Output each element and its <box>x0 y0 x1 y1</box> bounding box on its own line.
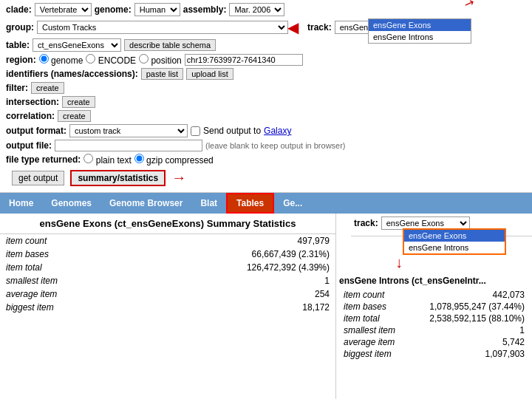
right-value-item-count: 442,073 <box>409 289 529 301</box>
upload-list-btn[interactable]: upload list <box>186 68 233 80</box>
summary-arrow: → <box>171 169 186 186</box>
label-item-count: item count <box>0 234 134 248</box>
table-row: biggest item 1,097,903 <box>339 348 529 360</box>
create-intersection-btn[interactable]: create <box>62 96 95 108</box>
filter-label: filter: <box>6 83 28 93</box>
label-average: average item <box>0 287 134 301</box>
label-item-bases: item bases <box>0 248 134 261</box>
table-row: item bases 1,078,955,247 (37.44%) <box>339 301 529 313</box>
table-row: smallest item 1 <box>0 274 335 287</box>
right-label-biggest: biggest item <box>339 348 409 360</box>
genome-select[interactable]: Human <box>134 3 180 16</box>
file-type-label: file type returned: <box>6 154 81 165</box>
table-row: biggest item 18,172 <box>0 301 335 314</box>
label-item-total: item total <box>0 261 134 274</box>
genome-label: genome: <box>95 4 132 15</box>
row-output-format: output format: custom track Send output … <box>6 124 526 137</box>
gzip-option[interactable]: gzip compressed <box>134 154 214 166</box>
right-value-item-bases: 1,078,955,247 (37.44%) <box>409 301 529 313</box>
output-format-label: output format: <box>6 126 66 136</box>
table-row: item count 497,979 <box>0 234 335 248</box>
region-position-option[interactable]: position <box>139 54 182 66</box>
track-dropdown-popup: ensGene Exons ensGene Introns <box>368 18 471 44</box>
row-correlation: correlation: create <box>6 110 526 122</box>
row-file-type: file type returned: plain text gzip comp… <box>6 154 526 166</box>
introns-stats-table: item count 442,073 item bases 1,078,955,… <box>339 289 529 360</box>
summary-stats-btn[interactable]: summary/statistics <box>70 170 166 186</box>
label-biggest: biggest item <box>0 301 134 314</box>
output-file-label: output file: <box>6 140 52 151</box>
right-panel: track: ensGene Exons ensGene Exons ensGe… <box>336 214 532 399</box>
region-genome-option[interactable]: genome <box>39 54 83 66</box>
right-label-smallest: smallest item <box>339 324 409 336</box>
row-group-track: group: Custom Tracks ◀ track: ensGene Ex… <box>6 18 526 36</box>
right-track-label: track: <box>354 218 378 228</box>
nav-genome-browser[interactable]: Genome Browser <box>100 193 191 214</box>
row-actions: get output summary/statistics → <box>6 168 526 188</box>
value-smallest: 1 <box>134 274 335 287</box>
right-dropdown-area: track: ensGene Exons ensGene Exons ensGe… <box>351 214 532 236</box>
right-track-row: track: ensGene Exons ensGene Exons ensGe… <box>354 216 529 230</box>
table-row: item bases 66,667,439 (2.31%) <box>0 248 335 261</box>
nav-blat[interactable]: Blat <box>191 193 226 214</box>
group-label: group: <box>6 22 34 33</box>
row-identifiers: identifiers (names/accessions): paste li… <box>6 68 526 80</box>
right-value-biggest: 1,097,903 <box>409 348 529 360</box>
right-label-item-total: item total <box>339 313 409 324</box>
row-filter: filter: create <box>6 82 526 94</box>
right-label-item-bases: item bases <box>339 301 409 313</box>
region-encode-option[interactable]: ENCODE <box>86 54 136 66</box>
table-row: average item 5,742 <box>339 336 529 348</box>
left-panel: ensGene Exons (ct_ensGeneExons) Summary … <box>0 214 336 399</box>
output-format-select[interactable]: custom track <box>69 124 188 137</box>
position-input[interactable] <box>185 54 303 66</box>
right-value-average: 5,742 <box>409 336 529 348</box>
nav-genomes[interactable]: Genomes <box>42 193 100 214</box>
plain-text-option[interactable]: plain text <box>83 154 131 166</box>
leave-blank-note: (leave blank to keep output in browser) <box>205 141 346 150</box>
right-label-average: average item <box>339 336 409 348</box>
get-output-btn[interactable]: get output <box>12 171 64 185</box>
table-select[interactable]: ct_ensGeneExons <box>33 38 121 52</box>
table-row: item count 442,073 <box>339 289 529 301</box>
arrow-group: ◀ <box>287 18 299 36</box>
right-option-introns[interactable]: ensGene Introns <box>404 242 505 253</box>
track-label: track: <box>307 22 332 33</box>
send-output-checkbox[interactable] <box>191 126 200 136</box>
form-area: clade: Vertebrate genome: Human assembly… <box>0 0 532 193</box>
nav-home[interactable]: Home <box>0 193 42 214</box>
right-track-dropdown-popup: ensGene Exons ensGene Introns <box>403 228 506 255</box>
create-correlation-btn[interactable]: create <box>58 110 91 122</box>
nav-tables[interactable]: Tables <box>226 193 274 214</box>
send-output-label: Send output to <box>203 126 261 136</box>
assembly-select[interactable]: Mar. 2006 <box>229 3 284 16</box>
table-row: item total 126,472,392 (4.39%) <box>0 261 335 274</box>
intersection-label: intersection: <box>6 97 59 107</box>
paste-list-btn[interactable]: paste list <box>141 68 183 80</box>
clade-label: clade: <box>6 4 32 15</box>
track-option-introns[interactable]: ensGene Introns <box>369 31 471 43</box>
track-option-exons-selected[interactable]: ensGene Exons <box>369 19 471 31</box>
create-filter-btn[interactable]: create <box>31 82 64 94</box>
right-option-exons[interactable]: ensGene Exons <box>404 230 505 242</box>
row-output-file: output file: (leave blank to keep output… <box>6 140 526 151</box>
value-biggest: 18,172 <box>134 301 335 314</box>
nav-more[interactable]: Ge... <box>274 193 311 214</box>
right-value-item-total: 2,538,592,115 (88.10%) <box>409 313 529 324</box>
output-file-input[interactable] <box>55 140 202 151</box>
value-average: 254 <box>134 287 335 301</box>
region-label: region: <box>6 55 36 65</box>
galaxy-link[interactable]: Galaxy <box>264 126 291 136</box>
right-label-item-count: item count <box>339 289 409 301</box>
value-item-total: 126,472,392 (4.39%) <box>134 261 335 274</box>
identifiers-label: identifiers (names/accessions): <box>6 69 138 79</box>
clade-select[interactable]: Vertebrate <box>35 3 92 16</box>
row-region: region: genome ENCODE position <box>6 54 526 66</box>
left-summary-title: ensGene Exons (ct_ensGeneExons) Summary … <box>0 214 335 234</box>
describe-schema-btn[interactable]: describe table schema <box>124 39 216 51</box>
value-item-bases: 66,667,439 (2.31%) <box>134 248 335 261</box>
row-clade-genome: clade: Vertebrate genome: Human assembly… <box>6 3 526 16</box>
introns-title: ensGene Introns (ct_ensGeneIntr... <box>339 276 529 286</box>
table-row: average item 254 <box>0 287 335 301</box>
group-select[interactable]: Custom Tracks <box>37 21 288 34</box>
